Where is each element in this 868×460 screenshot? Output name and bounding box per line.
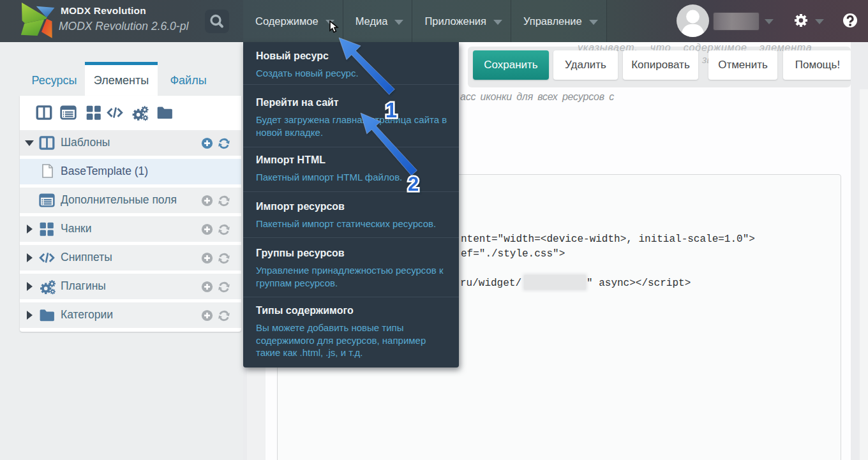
- toolbar-cogs-icon[interactable]: [131, 105, 149, 124]
- tree-row[interactable]: Категории: [20, 302, 241, 328]
- chevron-down-icon: [394, 20, 403, 25]
- copy-button[interactable]: Копировать: [623, 50, 698, 80]
- tree-row[interactable]: Чанки: [20, 216, 241, 242]
- add-icon[interactable]: [201, 281, 213, 293]
- avatar[interactable]: [677, 4, 709, 37]
- refresh-icon[interactable]: [218, 223, 230, 236]
- toolbar-columns-icon[interactable]: [36, 105, 52, 123]
- topbar: MODX Revolution MODX Revolution 2.6.0-pl…: [0, 0, 868, 42]
- toolbar-code-icon[interactable]: [107, 105, 123, 123]
- refresh-icon[interactable]: [218, 281, 230, 293]
- toolbar-tv-list-icon[interactable]: [60, 105, 77, 123]
- tree-label: Шаблоны: [61, 136, 110, 149]
- help-button[interactable]: Помощь!: [783, 50, 852, 80]
- tree-row[interactable]: Дополнительные поля: [20, 188, 241, 213]
- refresh-button[interactable]: [218, 252, 230, 267]
- tree-row[interactable]: BaseTemplate (1): [20, 159, 241, 184]
- collapsed-arrow-icon[interactable]: [27, 282, 33, 291]
- code-line-4-prefix: ru/widget/: [460, 276, 521, 291]
- menu-item[interactable]: Типы содержимого Вы можете добавить новы…: [243, 297, 459, 367]
- add-button[interactable]: [201, 309, 213, 324]
- sidebar: Ресурсы Элементы Файлы ШаблоныBaseTempla…: [0, 42, 243, 460]
- gear-icon[interactable]: [793, 13, 809, 28]
- refresh-button[interactable]: [218, 137, 230, 152]
- modx-logo-icon: [19, 0, 59, 40]
- refresh-icon[interactable]: [218, 252, 230, 265]
- code-line-1: ntent="width=<device-width>, initial-sca…: [461, 232, 755, 247]
- add-icon[interactable]: [201, 223, 213, 235]
- add-button[interactable]: [201, 252, 213, 267]
- code-line-4-suffix: " async></script>: [587, 276, 691, 291]
- user-chevron-down-icon[interactable]: [765, 19, 774, 24]
- file-icon: [42, 164, 53, 178]
- refresh-icon[interactable]: [218, 195, 230, 207]
- refresh-button[interactable]: [218, 309, 230, 325]
- chevron-down-icon: [493, 20, 502, 25]
- tree-label: BaseTemplate (1): [61, 165, 148, 178]
- toolbar-folder-icon[interactable]: [156, 105, 173, 123]
- cancel-button[interactable]: Отменить: [708, 50, 777, 80]
- nav-item[interactable]: Содержимое: [243, 0, 343, 42]
- toolbar-grid-icon[interactable]: [86, 105, 102, 123]
- collapsed-arrow-icon[interactable]: [27, 253, 33, 262]
- tv-list-icon: [60, 105, 77, 121]
- add-icon[interactable]: [201, 137, 213, 149]
- username-redacted[interactable]: [714, 13, 759, 30]
- template-description-fragment: асс иконки для всех ресурсов с: [460, 91, 614, 103]
- add-button[interactable]: [201, 137, 213, 152]
- refresh-button[interactable]: [218, 223, 230, 239]
- tree-row[interactable]: Шаблоны: [20, 130, 241, 156]
- add-button[interactable]: [201, 223, 213, 238]
- content-menu-dropdown: Новый ресурс Создать новый ресурс. Перей…: [243, 42, 459, 367]
- add-icon[interactable]: [201, 195, 213, 207]
- refresh-icon[interactable]: [218, 309, 230, 322]
- app-version: MODX Revolution 2.6.0-pl: [59, 20, 188, 33]
- menu-item[interactable]: Группы ресурсов Управление принадлежност…: [243, 238, 459, 297]
- folder-icon: [39, 308, 55, 323]
- question-mark-icon: [843, 13, 857, 27]
- tab-resources[interactable]: Ресурсы: [25, 68, 84, 93]
- nav-item[interactable]: Приложения: [412, 0, 511, 42]
- save-button[interactable]: Сохранить: [473, 50, 549, 80]
- help-icon[interactable]: [843, 13, 857, 27]
- grid-icon: [39, 221, 55, 237]
- refresh-button[interactable]: [218, 281, 230, 296]
- search-button[interactable]: [205, 10, 229, 33]
- code-icon: [107, 105, 123, 121]
- tab-elements[interactable]: Элементы: [85, 68, 158, 93]
- code-icon: [39, 250, 55, 265]
- collapsed-arrow-icon[interactable]: [27, 225, 33, 234]
- menu-item[interactable]: Перейти на сайт Будет загружена главная …: [243, 85, 459, 147]
- user-icon: [677, 4, 709, 37]
- action-buttons: Сохранить Удалить Копировать Отменить По…: [473, 50, 852, 80]
- cogs-icon: [39, 279, 57, 295]
- delete-button[interactable]: Удалить: [553, 50, 618, 80]
- code-redacted-blur: [524, 275, 586, 290]
- scrollbar-track[interactable]: [860, 89, 868, 460]
- tree-row[interactable]: Сниппеты: [20, 245, 241, 271]
- nav-item[interactable]: Медиа: [343, 0, 413, 42]
- folder-icon: [156, 105, 173, 121]
- tree-label: Дополнительные поля: [61, 193, 177, 207]
- chevron-down-icon: [589, 20, 598, 25]
- add-icon[interactable]: [201, 252, 213, 264]
- tab-files[interactable]: Файлы: [163, 68, 213, 93]
- menu-item[interactable]: Импорт HTML Пакетный импорт HTML файлов.: [243, 147, 459, 192]
- expanded-arrow-icon[interactable]: [25, 140, 34, 146]
- menu-item[interactable]: Импорт ресурсов Пакетный импорт статичес…: [243, 192, 459, 239]
- tree-label: Категории: [61, 308, 113, 322]
- cogs-icon: [131, 105, 149, 122]
- refresh-button[interactable]: [218, 195, 230, 210]
- menu-item[interactable]: Новый ресурс Создать новый ресурс.: [243, 43, 459, 85]
- add-button[interactable]: [201, 281, 213, 295]
- add-button[interactable]: [201, 195, 213, 209]
- gear-chevron-down-icon[interactable]: [815, 19, 824, 24]
- columns-icon: [39, 135, 55, 151]
- columns-icon: [36, 105, 52, 121]
- tree-row[interactable]: Плагины: [20, 274, 241, 299]
- nav-item[interactable]: Управление: [511, 0, 607, 42]
- tree-label: Чанки: [61, 222, 92, 235]
- add-icon[interactable]: [201, 309, 213, 322]
- collapsed-arrow-icon[interactable]: [27, 311, 33, 320]
- refresh-icon[interactable]: [218, 137, 230, 150]
